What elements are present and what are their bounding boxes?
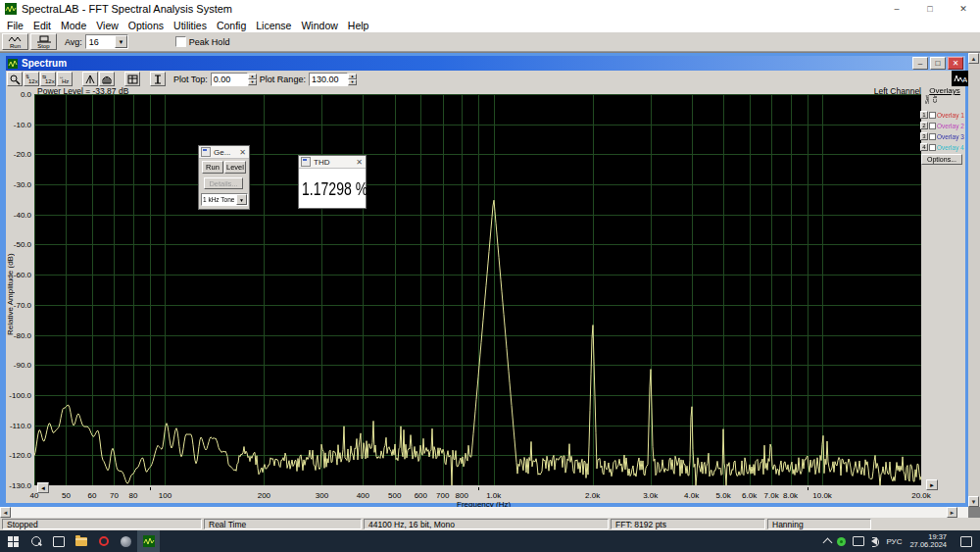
bar-display-button[interactable] (99, 72, 115, 86)
overlay-options-button[interactable]: Options... (921, 154, 962, 165)
close-button[interactable]: ✕ (947, 0, 980, 18)
svg-text:Hz: Hz (62, 78, 69, 84)
taskbar-utility-button[interactable] (115, 530, 137, 552)
tray-antivirus-icon[interactable] (837, 537, 846, 546)
taskbar-search-button[interactable] (24, 530, 47, 552)
tray-volume-icon[interactable] (871, 537, 877, 545)
run-button[interactable]: Run (2, 33, 28, 50)
spectrum-plot[interactable] (34, 94, 921, 485)
menu-edit[interactable]: Edit (28, 20, 56, 31)
generator-signal-dropdown[interactable]: ▼ (236, 194, 247, 205)
scroll-left-arrow[interactable]: ◄ (0, 507, 11, 518)
y-tick-label: -100.0 (1, 391, 31, 400)
fft-properties-button[interactable]: A (952, 71, 969, 86)
compress-x2-button[interactable]: ⇆12x (40, 72, 56, 86)
horizontal-scrollbar[interactable]: ◄ ► (0, 507, 968, 518)
utility-icon (121, 536, 131, 547)
y-tick-label: -30.0 (1, 180, 31, 189)
expand-x2-button[interactable]: ⇅12x (24, 72, 39, 86)
taskbar-task-view-button[interactable] (47, 530, 70, 552)
plot-top-input[interactable]: 0.00 (211, 73, 248, 86)
search-icon (31, 536, 41, 546)
generator-details-button[interactable]: Details... (204, 177, 243, 189)
spectrum-close-button[interactable]: ✕ (948, 57, 963, 70)
zoom-tool-button[interactable] (7, 72, 23, 86)
x-tick-label: 700 (436, 491, 449, 500)
overlay-4-checkbox[interactable] (929, 144, 936, 151)
thd-close-icon[interactable]: ✕ (356, 158, 363, 167)
scroll-right-arrow[interactable]: ► (947, 507, 957, 518)
generator-signal-combobox[interactable]: 1 kHz Tone ▼ (201, 193, 248, 206)
menu-license[interactable]: License (251, 20, 296, 31)
generator-close-icon[interactable]: ✕ (239, 148, 246, 157)
taskbar-opera-button[interactable] (92, 530, 115, 552)
thd-titlebar[interactable]: THD ✕ (299, 156, 366, 169)
spectrum-maximize-button[interactable]: □ (930, 57, 946, 70)
overlay-1-checkbox[interactable] (929, 112, 936, 119)
x-tick-mark (808, 487, 808, 490)
minimize-button[interactable]: – (880, 0, 913, 18)
overlay-4-button[interactable]: 4 (920, 143, 928, 151)
overlay-2-button[interactable]: 2 (920, 122, 928, 129)
menu-file[interactable]: File (2, 20, 28, 31)
generator-titlebar[interactable]: Ge... ✕ (199, 146, 249, 159)
generator-run-button[interactable]: Run (202, 161, 223, 174)
overlay-3-checkbox[interactable] (929, 133, 936, 140)
plot-range-input[interactable]: 130.00 (309, 73, 348, 86)
avg-dropdown-arrow[interactable]: ▼ (115, 35, 127, 48)
x-tick-label: 80 (128, 491, 137, 500)
taskbar-file-explorer-button[interactable] (70, 530, 92, 552)
y-tick-label: -110.0 (1, 422, 31, 430)
tray-expand-icon[interactable] (823, 537, 833, 547)
stop-button[interactable]: Stop (30, 33, 57, 50)
menu-window[interactable]: Window (296, 20, 342, 31)
start-icon (8, 536, 19, 547)
marker-tool-button[interactable] (150, 72, 166, 86)
x-tick-label: 50 (62, 491, 71, 500)
taskbar-spectralab-button[interactable] (137, 530, 160, 552)
menu-config[interactable]: Config (212, 20, 251, 31)
overlay-3-button[interactable]: 3 (920, 132, 928, 140)
menu-view[interactable]: View (91, 20, 123, 31)
x-tick-label: 300 (316, 491, 328, 500)
overlays-title: Overlays (920, 86, 969, 95)
scroll-up-arrow[interactable]: ▲ (968, 53, 979, 64)
taskbar-start-button[interactable] (2, 530, 24, 552)
menu-help[interactable]: Help (343, 20, 374, 31)
menu-options[interactable]: Options (123, 20, 169, 31)
vertical-scrollbar[interactable]: ▲ ▼ (968, 53, 980, 507)
tray-network-icon[interactable] (853, 536, 864, 546)
maximize-button[interactable]: □ (913, 0, 947, 18)
peak-display-button[interactable] (82, 72, 98, 86)
overlay-row: 2Overlay 2 (920, 121, 969, 130)
generator-window-icon (201, 147, 211, 157)
peak-hold-checkbox[interactable] (175, 36, 186, 47)
plot-top-spinner[interactable]: ▲▼ (248, 74, 257, 85)
scale-set-button[interactable]: ↔Hz (57, 72, 73, 86)
tray-notification-icon[interactable] (960, 536, 972, 547)
thd-dialog: THD ✕ 1.17298 % (298, 155, 367, 209)
menu-mode[interactable]: Mode (56, 20, 91, 31)
avg-combobox[interactable]: 16 ▼ (85, 34, 128, 49)
scroll-down-arrow[interactable]: ▼ (968, 496, 979, 507)
system-tray: РУС 19:37 27.06.2024 (824, 530, 980, 552)
overlay-2-checkbox[interactable] (929, 123, 936, 129)
y-tick-label: -130.0 (1, 481, 31, 490)
svg-text:12x: 12x (45, 78, 55, 84)
status-cell: 44100 Hz, 16 bit, Mono (364, 519, 609, 529)
pan-right-button[interactable]: ► (926, 479, 938, 490)
overlay-1-button[interactable]: 1 (920, 111, 928, 119)
tray-clock[interactable]: 19:37 27.06.2024 (909, 533, 947, 549)
spectrum-titlebar[interactable]: Spectrum – □ ✕ (6, 56, 965, 71)
pan-left-button[interactable]: ◄ (37, 482, 49, 493)
plot-range-spinner[interactable]: ▲▼ (348, 74, 357, 85)
spectrum-minimize-button[interactable]: – (912, 57, 928, 70)
y-tick-label: -40.0 (1, 211, 31, 220)
plot-top-label: Plot Top: (173, 75, 208, 84)
avg-label: Avg: (65, 37, 82, 47)
menu-utilities[interactable]: Utilities (169, 20, 212, 31)
generator-level-button[interactable]: Level (224, 161, 246, 174)
tray-language[interactable]: РУС (886, 537, 902, 546)
data-table-button[interactable] (124, 72, 140, 86)
svg-text:A: A (962, 75, 967, 84)
